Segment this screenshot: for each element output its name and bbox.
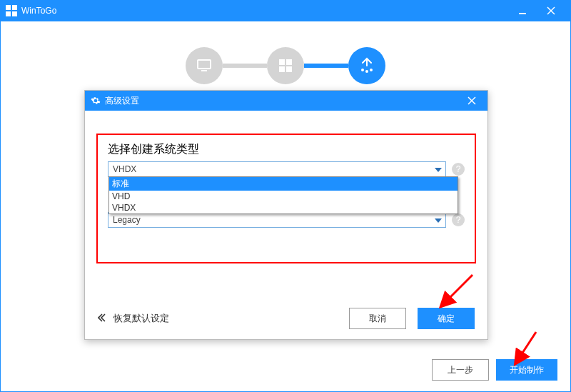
main-titlebar: WinToGo [0,0,571,21]
svg-rect-8 [201,70,207,71]
dialog-title: 高级设置 [105,95,462,107]
boot-mode-value: Legacy [113,215,141,225]
dialog-footer: 恢复默认设定 取消 确定 [98,308,475,329]
chevron-down-icon [435,215,442,225]
app-title: WinToGo [21,6,508,16]
dropdown-option-standard[interactable]: 标准 [109,177,458,191]
boot-mode-row: Legacy ? [108,212,465,228]
svg-point-14 [365,70,368,73]
svg-rect-12 [286,66,292,72]
svg-point-13 [361,69,364,71]
svg-rect-0 [6,5,11,10]
svg-rect-9 [279,59,285,65]
annotation-arrow-1 [433,271,476,314]
step-connector-1 [223,64,267,68]
minimize-button[interactable] [508,0,537,21]
svg-line-18 [442,275,473,306]
main-body: 上一步 开始制作 高级设置 选择创建系统类型 VHDX [0,21,571,392]
app-logo-icon [6,5,17,16]
boot-mode-select[interactable]: Legacy [108,212,446,228]
svg-rect-4 [519,13,526,14]
wizard-steps [1,21,570,84]
svg-rect-3 [12,11,17,16]
gear-icon [91,96,101,106]
help-button-2[interactable]: ? [452,213,465,226]
reset-icon [98,313,109,325]
dialog-titlebar: 高级设置 [85,91,487,111]
reset-label: 恢复默认设定 [113,312,169,325]
svg-rect-1 [12,5,17,10]
svg-rect-2 [6,11,11,16]
svg-rect-11 [279,66,285,72]
svg-rect-7 [198,60,211,69]
reset-defaults-link[interactable]: 恢复默认设定 [98,312,169,325]
svg-line-6 [547,7,555,14]
help-button-1[interactable]: ? [452,163,465,176]
prev-button[interactable]: 上一步 [432,359,489,381]
dropdown-option-vhd[interactable]: VHD [109,191,458,202]
system-type-label: 选择创建系统类型 [108,142,465,157]
svg-point-15 [370,69,373,71]
system-type-select[interactable]: VHDX [108,161,446,177]
highlighted-section: 选择创建系统类型 VHDX ? 标准 VHD VHDX [96,134,476,263]
close-button[interactable] [537,0,565,21]
advanced-settings-dialog: 高级设置 选择创建系统类型 VHDX ? [84,90,488,340]
system-type-value: VHDX [113,164,136,174]
step-2-icon [267,47,304,84]
annotation-arrow-2 [507,328,543,371]
step-1-icon [186,47,223,84]
dialog-cancel-button[interactable]: 取消 [349,308,406,329]
system-type-row: VHDX ? [108,161,465,177]
dialog-body: 选择创建系统类型 VHDX ? 标准 VHD VHDX [85,111,487,339]
step-connector-2 [304,64,348,68]
dropdown-option-vhdx[interactable]: VHDX [109,202,458,213]
step-3-icon [348,47,385,84]
dialog-close-button[interactable] [462,91,482,111]
svg-rect-10 [286,59,292,65]
system-type-dropdown: 标准 VHD VHDX [108,176,458,214]
svg-line-5 [547,7,555,14]
chevron-down-icon [435,164,442,174]
svg-line-19 [516,332,536,363]
